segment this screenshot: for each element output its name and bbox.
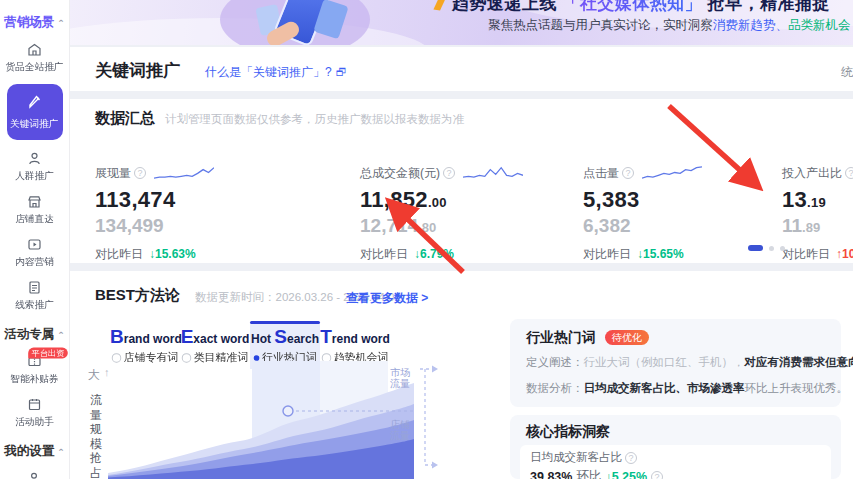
best-title: BEST方法论 [95,286,180,305]
video-play-icon [0,237,69,253]
sparkline-chart [642,164,702,182]
page-header-card: 关键词推广 什么是「关键词推广」?🗗 统 [70,47,853,91]
pagination-dot-active[interactable] [748,245,763,251]
metric-compare: 对比昨日↓6.79% [360,246,560,263]
sidebar: 营销场景⌃ 货品全站推广 关键词推广 人群推广 店铺直达 内容营销 线索推广 活… [0,0,70,479]
sidebar-item-lead-promo[interactable]: 线索推广 [0,280,69,312]
external-link-icon: 🗗 [336,66,347,78]
metric-impressions: 展现量 113,474 134,499 对比昨日↓15.63% [95,163,295,263]
sidebar-item-content-marketing[interactable]: 内容营销 [0,237,69,269]
person-icon [0,151,69,167]
pagination-dot[interactable] [780,246,785,251]
metric-prev-value: 6,382 [583,215,783,237]
sidebar-item-smart-subsidy[interactable]: 平台出资 智能补贴券 [0,354,69,386]
document-icon [0,280,69,296]
sidebar-item-shop-direct[interactable]: 店铺直达 [0,194,69,226]
calendar-icon [0,397,69,413]
view-more-data-link[interactable]: 查看更多数据 > [346,290,428,307]
what-is-keyword-promo-link[interactable]: 什么是「关键词推广」?🗗 [205,64,347,81]
sidebar-section-settings[interactable]: 我的设置⌃ [0,443,69,460]
banner-subline: 聚焦热点话题与用户真实讨论，实时洞察消费新趋势、品类新机会 [488,17,851,34]
metric-value: 113,474 [95,187,295,213]
metric-compare: 对比昨日↑10.93% [782,246,853,263]
help-icon[interactable] [134,167,146,179]
definition-line: 定义阐述：行业大词（例如口红、手机），对应有消费需求但意向较模糊的人群，拉新效果… [526,355,853,370]
metric-compare: 对比昨日↓15.63% [95,246,295,263]
metric-gmv: 总成交金额(元) 11,852.00 12,714.80 对比昨日↓6.79% [360,163,560,263]
help-icon[interactable] [651,471,663,479]
storefront-box-icon [0,42,69,58]
metric-value: 11,852.00 [360,187,560,213]
sidebar-item-activity-assistant[interactable]: 活动助手 [0,397,69,429]
axis-label-large: 大 [88,367,100,384]
radio-checked-icon[interactable] [253,355,259,361]
data-summary-card: 数据汇总 计划管理页面数据仅供参考，历史推广数据以报表数据为准 展现量 113,… [70,99,853,263]
metric-prev-value: 11.89 [782,215,853,237]
banner-headline: 趋势速递上线 「社交媒体热知」 抢早，精准捕捉 [452,0,830,15]
core-metric-value-row: 39.83%环比↓5.25% [530,468,821,479]
to-optimize-badge: 待优化 [605,330,649,345]
axis-label-traffic-scale: 流量规模抢占 [90,393,104,479]
page-title: 关键词推广 [95,59,180,82]
core-metric-box: 日均成交新客占比 39.83%环比↓5.25% 同行同层均值: 34.34% [520,445,831,479]
pen-icon [27,94,43,114]
sparkline-chart [463,164,523,182]
shop-traffic-label: 店铺流量 [390,419,412,441]
person-star-icon [0,471,69,479]
platform-funded-badge: 平台出资 [28,348,68,359]
shop-icon [0,194,69,210]
sidebar-section-marketing[interactable]: 营销场景⌃ [0,14,69,31]
promo-banner[interactable]: 趋势速递上线 「社交媒体热知」 抢早，精准捕捉 聚焦热点话题与用户真实讨论，实时… [70,0,853,45]
metric-prev-value: 134,499 [95,215,295,237]
sidebar-item-keyword-promo-selected[interactable]: 关键词推广 [7,84,63,140]
analysis-line: 数据分析：日均成交新客占比、市场渗透率环比上升表现优秀。 [526,381,848,396]
core-metric-label: 日均成交新客占比 [530,450,821,465]
help-icon[interactable] [845,167,853,179]
sparkline-chart [154,164,214,182]
metric-value: 5,383 [583,187,783,213]
chevron-up-icon: ⌃ [57,18,65,28]
header-right-clipped-text: 统 [841,64,853,81]
metric-roi: 投入产出比 13.19 11.89 对比昨日↑10.93% [782,163,853,263]
sidebar-item-my-follow[interactable]: 我的关注 [0,471,69,479]
card-title: 核心指标洞察 [526,423,610,441]
traffic-area-chart [108,361,414,479]
metric-value: 13.19 [782,187,853,213]
metric-label: 投入产出比 [782,165,842,182]
metrics-pagination [748,245,785,251]
industry-hot-word-card: 行业热门词 待优化 定义阐述：行业大词（例如口红、手机），对应有消费需求但意向较… [510,319,841,407]
help-icon[interactable] [625,452,637,464]
metric-prev-value: 12,714.80 [360,215,560,237]
sidebar-item-audience-promo[interactable]: 人群推广 [0,151,69,183]
core-indicator-card: 核心指标洞察 日均成交新客占比 39.83%环比↓5.25% 同行同层均值: 3… [510,415,841,479]
summary-title: 数据汇总 [95,109,155,128]
sidebar-item-full-site-promo[interactable]: 货品全站推广 [0,42,69,74]
chevron-up-icon: ⌃ [57,330,65,340]
sidebar-section-activity[interactable]: 活动专属⌃ [0,326,69,343]
metric-label: 点击量 [583,165,619,182]
help-icon[interactable] [622,167,634,179]
metric-label: 展现量 [95,165,131,182]
help-icon[interactable] [443,167,455,179]
pagination-dot[interactable] [769,246,774,251]
summary-note: 计划管理页面数据仅供参考，历史推广数据以报表数据为准 [165,112,464,127]
lightning-icon [433,0,445,10]
guide-arrows [416,361,444,479]
main-content: 趋势速递上线 「社交媒体热知」 抢早，精准捕捉 聚焦热点话题与用户真实讨论，实时… [70,0,853,479]
metric-label: 总成交金额(元) [360,165,440,182]
best-methodology-card: BEST方法论 数据更新时间：2026.03.26 - 2026.04.01 查… [70,271,853,479]
market-traffic-label: 市场流量 [390,367,412,389]
card-title: 行业热门词 [526,329,596,347]
chevron-up-icon: ⌃ [57,447,65,457]
